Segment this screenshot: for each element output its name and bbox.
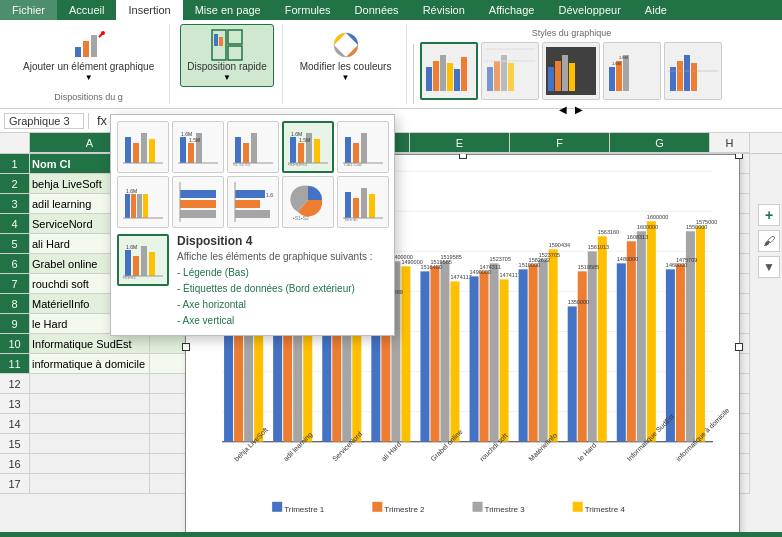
add-element-chart-button[interactable]: + — [758, 204, 780, 226]
row-header-11[interactable]: 11 — [0, 354, 30, 374]
cell-A17[interactable] — [30, 474, 150, 494]
cell-A12[interactable] — [30, 374, 150, 394]
change-colors-button[interactable]: Modifier les couleurs ▼ — [293, 24, 399, 87]
svg-rect-81 — [430, 266, 439, 441]
layout-item-1: - Légende (Bas) — [177, 265, 388, 281]
svg-rect-106 — [588, 251, 597, 441]
svg-rect-201 — [149, 252, 155, 276]
svg-rect-158 — [243, 143, 249, 163]
col-header-E[interactable]: E — [410, 133, 510, 153]
layout-description: Disposition 4 Affiche les éléments de gr… — [177, 234, 388, 329]
tab-insertion[interactable]: Insertion — [116, 0, 182, 20]
tab-donnees[interactable]: Données — [343, 0, 411, 20]
layout-option-4-highlighted[interactable]: 1.6M 1.5M ▪S1▪S2▪S3 — [282, 121, 334, 173]
resize-handle-right[interactable] — [735, 343, 743, 351]
row-header-16[interactable]: 16 — [0, 454, 30, 474]
svg-rect-31 — [623, 55, 629, 91]
row-header-17[interactable]: 17 — [0, 474, 30, 494]
svg-rect-176 — [131, 194, 136, 218]
layout-option-9[interactable]: ▪S1▪S2 — [282, 176, 334, 228]
tab-accueil[interactable]: Accueil — [57, 0, 116, 20]
name-box[interactable] — [4, 113, 84, 129]
resize-handle-left[interactable] — [182, 343, 190, 351]
col-header-H[interactable]: H — [710, 133, 750, 153]
tab-fichier[interactable]: Fichier — [0, 0, 57, 20]
cell-A13[interactable] — [30, 394, 150, 414]
svg-rect-162 — [290, 137, 296, 163]
row-header-5[interactable]: 5 — [0, 234, 30, 254]
svg-rect-186 — [235, 200, 260, 208]
layout-option-7[interactable] — [172, 176, 224, 228]
style-thumb-2[interactable] — [481, 42, 539, 100]
col-header-F[interactable]: F — [510, 133, 610, 153]
styles-section: Styles du graphique — [420, 24, 722, 104]
cell-A15[interactable] — [30, 434, 150, 454]
style-thumb-5[interactable] — [664, 42, 722, 100]
row-header-14[interactable]: 14 — [0, 414, 30, 434]
row-header-12[interactable]: 12 — [0, 374, 30, 394]
row-header-13[interactable]: 13 — [0, 394, 30, 414]
svg-rect-91 — [500, 279, 509, 441]
row-header-1[interactable]: 1 — [0, 154, 30, 174]
cell-A14[interactable] — [30, 414, 150, 434]
tab-affichage[interactable]: Affichage — [477, 0, 547, 20]
layout-option-3[interactable]: S1 S2 S3 — [227, 121, 279, 173]
tab-developpeur[interactable]: Développeur — [546, 0, 632, 20]
layout-grid-row2: 1.6M 1.6M — [117, 176, 388, 228]
layout-option-6[interactable]: 1.6M — [117, 176, 169, 228]
layout-grid-row1: 1.6M 1.5M S1 S2 S3 1.6M 1.5M ▪S — [117, 121, 388, 173]
tab-mise-en-page[interactable]: Mise en page — [183, 0, 273, 20]
svg-rect-9 — [219, 37, 223, 46]
row-header-8[interactable]: 8 — [0, 294, 30, 314]
style-thumb-1[interactable] — [420, 42, 478, 100]
tab-revision[interactable]: Révision — [411, 0, 477, 20]
add-chart-element-button[interactable]: Ajouter un élément graphique ▼ — [16, 24, 161, 87]
style-thumbnails: 1.6M 1.6M — [420, 42, 722, 100]
chart-style-button[interactable]: 🖌 — [758, 230, 780, 252]
layout-option-1[interactable] — [117, 121, 169, 173]
svg-rect-177 — [137, 194, 142, 218]
layout-option-10[interactable]: Titre du — [337, 176, 389, 228]
col-header-G[interactable]: G — [610, 133, 710, 153]
resize-handle-top[interactable] — [459, 154, 467, 159]
formula-separator — [88, 113, 89, 129]
svg-rect-170 — [345, 137, 351, 163]
svg-rect-159 — [251, 133, 257, 163]
layout-dropdown: 1.6M 1.5M S1 S2 S3 1.6M 1.5M ▪S — [110, 114, 395, 336]
row-header-10[interactable]: 10 — [0, 334, 30, 354]
cell-A16[interactable] — [30, 454, 150, 474]
quick-layout-button[interactable]: Disposition rapide ▼ — [180, 24, 274, 87]
tab-aide[interactable]: Aide — [633, 0, 679, 20]
row-header-2[interactable]: 2 — [0, 174, 30, 194]
svg-rect-12 — [426, 67, 432, 91]
resize-handle-tr[interactable] — [735, 154, 743, 159]
row-header-6[interactable]: 6 — [0, 254, 30, 274]
row-header-7[interactable]: 7 — [0, 274, 30, 294]
quick-layout-label: Disposition rapide — [187, 61, 267, 73]
svg-text:ali Hard: ali Hard — [380, 440, 402, 462]
svg-rect-192 — [345, 192, 351, 218]
chart-filter-button[interactable]: ▼ — [758, 256, 780, 278]
layout-option-5[interactable]: Cat1 Cat2 — [337, 121, 389, 173]
ribbon-tab-bar: Fichier Accueil Insertion Mise en page F… — [0, 0, 782, 20]
svg-rect-36 — [684, 55, 690, 91]
cell-A10[interactable]: Informatique SudEst — [30, 334, 150, 354]
layout-option-8[interactable]: 1.6M — [227, 176, 279, 228]
add-chart-label: Ajouter un élément graphique — [23, 61, 154, 73]
style-thumb-4[interactable]: 1.6M 1.6M — [603, 42, 661, 100]
tab-formules[interactable]: Formules — [273, 0, 343, 20]
svg-text:1.6M: 1.6M — [126, 188, 137, 194]
svg-rect-146 — [125, 137, 131, 163]
cell-A11[interactable]: informatique à domicile — [30, 354, 150, 374]
svg-rect-88 — [470, 276, 479, 441]
layout-option-2[interactable]: 1.6M 1.5M — [172, 121, 224, 173]
svg-rect-144 — [573, 502, 583, 512]
row-header-4[interactable]: 4 — [0, 214, 30, 234]
svg-text:1.6M: 1.6M — [619, 55, 628, 60]
row-header-3[interactable]: 3 — [0, 194, 30, 214]
style-thumb-3[interactable] — [542, 42, 600, 100]
row-header-15[interactable]: 15 — [0, 434, 30, 454]
change-colors-label: Modifier les couleurs — [300, 61, 392, 73]
row-header-9[interactable]: 9 — [0, 314, 30, 334]
svg-rect-157 — [235, 137, 241, 163]
